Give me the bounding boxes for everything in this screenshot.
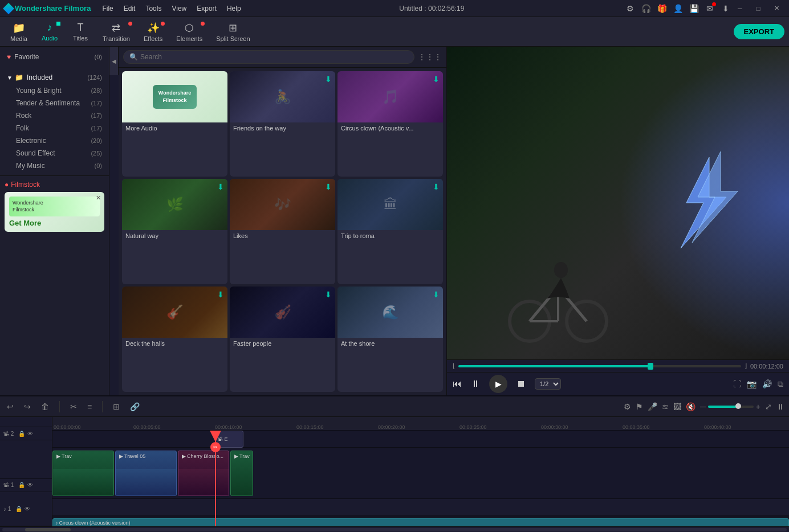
video-clip-travel2[interactable]: ▶Travel 05 [115,451,177,496]
export-button[interactable]: EXPORT [734,24,784,39]
person-icon[interactable]: 👤 [672,2,684,15]
flag-icon[interactable]: ⚑ [636,402,643,411]
scrollbar-track[interactable] [2,528,787,531]
download-icon[interactable]: ⬇ [719,2,732,15]
expand-arrow-icon: ▼ [7,75,13,81]
audio-card-circus[interactable]: 🎵 ⬇ Circus clown (Acoustic v... [337,71,443,177]
image-overlay-icon[interactable]: 🖼 [673,402,681,411]
menu-edit[interactable]: Edit [119,3,140,14]
audio-card-trip[interactable]: 🏛 ⬇ Trip to roma [337,179,443,284]
panel-collapse-button[interactable]: ◀ [109,47,119,75]
snapshot-icon[interactable]: 📷 [747,379,757,389]
adjust-button[interactable]: ≡ [85,401,94,412]
video-clip-travel3[interactable]: ▶Trav [230,451,253,496]
menu-view[interactable]: View [167,3,191,14]
clip-cherry-thumb [178,469,229,496]
grid-options-icon[interactable]: ⋮⋮⋮ [418,52,442,62]
audio-card-deck[interactable]: 🎸 ⬇ Deck the halls [122,287,227,392]
mic-icon[interactable]: 🎤 [648,402,657,411]
volume-icon[interactable]: 🔊 [762,379,772,389]
video-frame [447,47,789,359]
redo-button[interactable]: ↪ [22,401,33,412]
audio1-eye-icon[interactable]: 👁 [25,506,30,512]
mail-icon[interactable]: ✉ [703,2,716,15]
elements-icon: ⬡ [185,22,194,34]
audio-track-row: ♪ Circus clown (Acoustic version) [52,516,789,526]
track2-lock-icon[interactable]: 🔒 [18,431,25,437]
audio-clip-label: ♪ Circus clown (Acoustic version) [53,519,788,526]
save-icon[interactable]: 💾 [688,2,700,15]
content-panel: 🔍 ⋮⋮⋮ WondershareFilmstock More Audio 🚴 [119,47,447,395]
audio1-lock-icon[interactable]: 🔒 [15,506,22,512]
filmstock-section: ● Filmstock ✕ WondershareFilmstock Get M… [0,175,109,236]
search-input[interactable] [140,53,408,61]
audio-card-natural[interactable]: 🌿 ⬇ Natural way [122,179,227,284]
pause-frame-button[interactable]: ⏸ [471,379,480,389]
sub-item-tender[interactable]: Tender & Sentimenta (17) [11,97,109,109]
maximize-button[interactable]: □ [750,3,766,14]
audio-card-faster[interactable]: 🎻 ⬇ Faster people [230,287,335,392]
pip-icon[interactable]: ⧉ [778,379,783,389]
delete-button[interactable]: 🗑 [39,401,51,412]
more-audio-label: More Audio [122,122,227,134]
sub-item-folk[interactable]: Folk (17) [11,122,109,134]
menu-help[interactable]: Help [222,3,246,14]
video-clip-travel1[interactable]: ▶Trav [52,451,114,496]
preview-progress-bar: ⌊ ⌋ 00:00:12:00 [447,359,789,372]
track2-eye-icon[interactable]: 👁 [27,431,33,437]
audio-card-shore[interactable]: 🌊 ⬇ At the shore [337,287,443,392]
minimize-button[interactable]: ─ [732,3,748,14]
audio-card-friends[interactable]: 🚴 ⬇ Friends on the way [230,71,335,177]
progress-bar[interactable] [458,365,741,367]
sub-item-rock-count: (17) [91,112,102,119]
sound-wave-icon[interactable]: ≋ [662,402,669,411]
play-button[interactable]: ▶ [489,375,507,393]
undo-button[interactable]: ↩ [5,401,16,412]
pause-icon[interactable]: ⏸ [776,402,784,411]
zoom-control: ─ + [700,402,760,411]
menu-file[interactable]: File [97,3,117,14]
close-button[interactable]: ✕ [768,3,784,14]
scrollbar-thumb[interactable] [25,528,71,531]
filmstock-close-button[interactable]: ✕ [96,194,101,202]
titles-button[interactable]: T Titles [66,19,95,44]
audio-btn-wrap: ♪ Audio [35,19,64,44]
sub-item-mymusic[interactable]: My Music (0) [11,159,109,172]
menu-tools[interactable]: Tools [141,3,166,14]
zoom-in-icon[interactable]: + [756,402,760,411]
fullscreen-icon[interactable]: ⛶ [733,379,741,389]
track1-lock-icon[interactable]: 🔒 [18,482,25,488]
mute-icon[interactable]: 🔇 [686,402,696,411]
zoom-slider[interactable] [708,406,754,408]
track1-eye-icon[interactable]: 👁 [27,482,33,488]
page-select[interactable]: 1/2 2/2 [535,378,561,390]
gift-icon[interactable]: 🎁 [656,2,668,15]
sub-item-rock[interactable]: Rock (17) [11,109,109,122]
video-clip-cherry[interactable]: ▶Cherry Blosso... [178,451,229,496]
rewind-button[interactable]: ⏮ [453,379,462,389]
zoom-out-icon[interactable]: ─ [700,402,706,411]
headphone-icon[interactable]: 🎧 [640,2,652,15]
get-more-label[interactable]: Get More [9,219,100,227]
sub-item-electronic[interactable]: Electronic (20) [11,134,109,147]
audio-clip[interactable]: ♪ Circus clown (Acoustic version) [52,518,789,526]
split-screen-button[interactable]: ⊞ Split Screen [210,19,255,44]
transition-btn-wrap: ⇄ Transition [97,19,136,44]
media-button[interactable]: 📁 Media [5,19,33,44]
fit-timeline-icon[interactable]: ⤢ [765,402,772,411]
included-item[interactable]: ▼ 📁 Included (124) [0,71,109,84]
audio-card-more[interactable]: WondershareFilmstock More Audio [122,71,227,177]
sub-item-young[interactable]: Young & Bright (28) [11,84,109,97]
settings-icon[interactable]: ⚙ [624,2,636,15]
timeline-settings-icon[interactable]: ⚙ [624,402,631,411]
progress-thumb[interactable] [648,363,653,370]
audio-card-likes[interactable]: 🎶 ⬇ Likes [230,179,335,284]
favorite-item[interactable]: ♥ Favorite (0) [0,50,109,64]
cut-button[interactable]: ✂ [68,401,79,412]
sub-item-soundeffect[interactable]: Sound Effect (25) [11,147,109,159]
friends-label: Friends on the way [230,122,335,134]
stop-button[interactable]: ⏹ [516,379,526,389]
add-track-icon[interactable]: ⊞ [111,401,122,412]
menu-export[interactable]: Export [192,3,221,14]
link-icon[interactable]: 🔗 [128,401,142,412]
